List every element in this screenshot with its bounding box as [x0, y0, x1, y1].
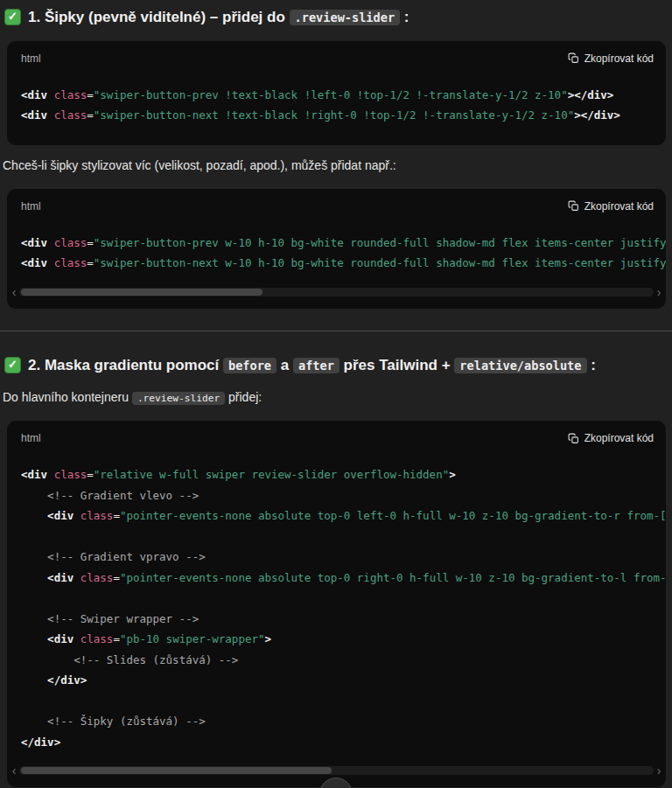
code-block-1-header: html Zkopírovat kód — [7, 50, 666, 67]
code-block-2-header: html Zkopírovat kód — [7, 198, 666, 215]
horizontal-scrollbar[interactable]: ‹ › — [10, 286, 662, 298]
horizontal-scrollbar[interactable]: ‹ › — [10, 764, 662, 777]
scrollbar-thumb[interactable] — [21, 767, 332, 774]
code-line: <div class="swiper-button-prev !text-bla… — [21, 85, 666, 106]
code-line: <div class="relative w-full swiper revie… — [21, 464, 666, 485]
inline-code: after — [293, 358, 340, 373]
code-line — [21, 526, 666, 547]
code-block-1: html Zkopírovat kód <div class="swiper-b… — [7, 41, 666, 145]
code-content: <div class="swiper-button-prev !text-bla… — [7, 80, 666, 135]
copy-code-label: Zkopírovat kód — [584, 52, 654, 65]
section-1-heading-text: 1. Šipky (pevně viditelné) – přidej do .… — [28, 7, 410, 29]
section-divider — [0, 331, 672, 331]
scrollbar-track[interactable] — [19, 288, 654, 296]
code-line: <div class="swiper-button-prev w-10 h-10… — [21, 233, 666, 254]
copy-code-button[interactable]: Zkopírovat kód — [568, 52, 654, 65]
code-line: <div class="swiper-button-next w-10 h-10… — [21, 253, 666, 274]
code-block-2: html Zkopírovat kód <div class="swiper-b… — [7, 189, 666, 309]
code-line: <!-- Slides (zůstává) --> — [21, 650, 666, 671]
section-1-heading: ✓ 1. Šipky (pevně viditelné) – přidej do… — [4, 7, 667, 29]
code-line — [21, 691, 666, 712]
code-line: <div class="pointer-events-none absolute… — [21, 568, 666, 589]
inline-code: .review-slider — [290, 10, 401, 25]
code-content: <div class="relative w-full swiper revie… — [7, 459, 666, 761]
section-2-heading: ✓ 2. Maska gradientu pomocí before a aft… — [4, 355, 667, 377]
section-2-heading-text: 2. Maska gradientu pomocí before a after… — [28, 355, 596, 377]
code-line — [21, 588, 666, 609]
code-language-label: html — [21, 52, 41, 65]
scroll-right-icon[interactable]: › — [655, 288, 662, 296]
code-line: <!-- Gradient vlevo --> — [21, 485, 666, 506]
code-line: </div> — [21, 670, 666, 691]
styling-hint-paragraph: Chceš-li šipky stylizovat víc (velikost,… — [3, 157, 667, 175]
scroll-right-icon[interactable]: › — [655, 766, 662, 775]
code-line: <!-- Swiper wrapper --> — [21, 609, 666, 630]
code-line: <!-- Gradient vpravo --> — [21, 547, 666, 568]
code-language-label: html — [21, 432, 41, 444]
copy-icon — [568, 200, 579, 212]
code-line: <div class="pointer-events-none absolute… — [21, 506, 666, 526]
code-line: <div class="pb-10 swiper-wrapper"> — [21, 629, 666, 650]
copy-code-label: Zkopírovat kód — [584, 432, 654, 444]
code-line: </div> — [21, 732, 666, 753]
copy-code-button[interactable]: Zkopírovat kód — [568, 432, 654, 444]
code-block-3: html Zkopírovat kód <div class="relative… — [7, 421, 666, 787]
code-line: <!-- Šipky (zůstává) --> — [21, 711, 666, 732]
copy-code-label: Zkopírovat kód — [584, 200, 654, 213]
chat-message-page: ✓ 1. Šipky (pevně viditelné) – přidej do… — [0, 0, 672, 788]
scroll-left-icon[interactable]: ‹ — [10, 288, 18, 296]
check-icon: ✓ — [4, 9, 21, 25]
inline-code: .review-slider — [132, 392, 225, 405]
code-language-label: html — [21, 200, 41, 213]
copy-icon — [568, 433, 579, 444]
code-content: <div class="swiper-button-prev w-10 h-10… — [7, 227, 666, 282]
scrollbar-track[interactable] — [19, 766, 654, 775]
inline-code: before — [223, 358, 276, 373]
copy-icon — [568, 52, 579, 64]
copy-code-button[interactable]: Zkopírovat kód — [568, 200, 654, 213]
scroll-left-icon[interactable]: ‹ — [10, 766, 18, 775]
code-line: <div class="swiper-button-next !text-bla… — [21, 105, 666, 126]
container-instruction-paragraph: Do hlavního kontejneru .review-slider př… — [3, 388, 667, 407]
code-block-3-header: html Zkopírovat kód — [7, 429, 666, 447]
inline-code: relative/absolute — [454, 358, 586, 373]
check-icon: ✓ — [4, 357, 21, 373]
scrollbar-thumb[interactable] — [21, 289, 262, 296]
